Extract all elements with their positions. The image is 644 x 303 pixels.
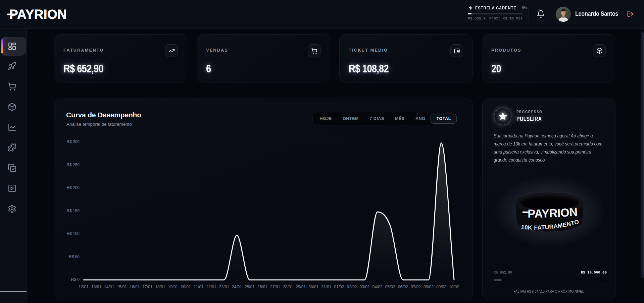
svg-text:PAYRION: PAYRION: [9, 7, 67, 21]
svg-text:PAYRION: PAYRION: [528, 205, 578, 220]
